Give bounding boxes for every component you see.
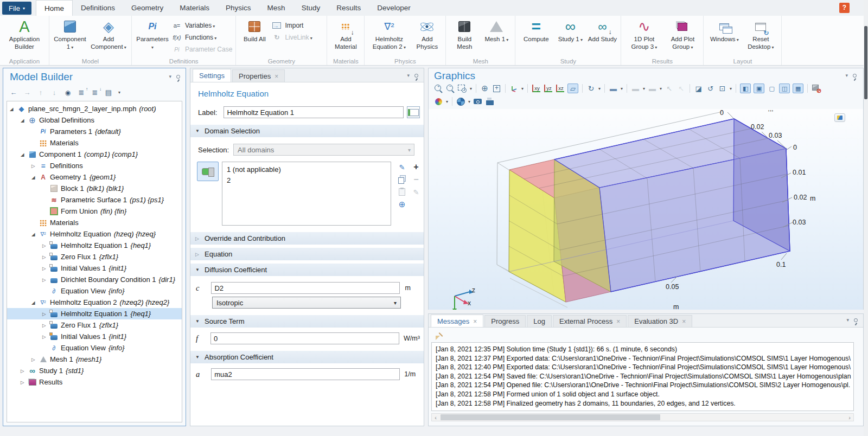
tree-row[interactable]: ▷Zero Flux 1{zflx1}: [7, 319, 182, 331]
clear-selection-icon[interactable]: [412, 188, 420, 196]
add-to-selection-icon[interactable]: [412, 163, 420, 171]
expander-icon[interactable]: ▷: [42, 311, 49, 317]
expander-icon[interactable]: ▷: [31, 163, 39, 169]
expander-icon[interactable]: ◢: [31, 300, 39, 305]
forward-icon[interactable]: [23, 88, 31, 97]
expander-icon[interactable]: ▷: [42, 277, 49, 283]
tree-row[interactable]: ◢Global Definitions: [7, 114, 182, 126]
label-input[interactable]: [224, 106, 404, 118]
screenshot-icon[interactable]: [718, 84, 727, 93]
windows-button[interactable]: Windows: [707, 17, 742, 57]
section-override[interactable]: Override and Contribution: [190, 232, 424, 245]
chevron-down-icon[interactable]: ▾: [730, 86, 732, 91]
paste-selection-icon[interactable]: [398, 188, 406, 196]
tree-row[interactable]: ▷Dirichlet Boundary Condition 1{dir1}: [7, 274, 182, 285]
tab-developer[interactable]: Developer: [369, 0, 419, 16]
tree-row[interactable]: Parametric Surface 1(ps1) {ps1}: [7, 194, 182, 206]
tree-row-selected[interactable]: ▷Helmholtz Equation 1{heq1}: [7, 308, 182, 319]
panel-menu-icon[interactable]: ▾: [169, 74, 171, 79]
tab-home[interactable]: Home: [36, 0, 73, 16]
scroll-right-icon[interactable]: ›: [846, 414, 853, 421]
view-toggle-3[interactable]: [767, 84, 776, 93]
domain-list[interactable]: 1 (not applicable) 2: [222, 162, 391, 226]
tree-row[interactable]: ▷Zero Flux 1{zflx1}: [7, 251, 182, 262]
close-icon[interactable]: [682, 317, 686, 325]
view-xz-icon[interactable]: [556, 84, 565, 93]
tree-row[interactable]: ◢plane_src_hmgn_2_layer_inp.mph(root): [7, 103, 182, 114]
graphics-canvas[interactable]: 0 0.02 0.03 ''' 0 0.01 0.02 m 0.03 0.05 …: [429, 109, 863, 310]
tree-row[interactable]: ▷Mesh 1{mesh1}: [7, 354, 182, 365]
clear-messages-icon[interactable]: [435, 332, 444, 341]
domain-list-item[interactable]: 2: [222, 175, 391, 185]
functions-button[interactable]: Functions: [171, 33, 232, 42]
tab-study[interactable]: Study: [293, 0, 329, 16]
diffusion-input[interactable]: [211, 282, 400, 294]
chevron-down-icon[interactable]: ▾: [470, 86, 472, 91]
pin-icon[interactable]: [176, 75, 180, 79]
clear-scene-icon[interactable]: [812, 84, 821, 93]
chevron-down-icon[interactable]: ▾: [468, 99, 470, 104]
add-plot-group-button[interactable]: Add Plot Group: [665, 17, 700, 57]
mesh-1-button[interactable]: Mesh 1: [481, 17, 512, 57]
variables-button[interactable]: Variables: [171, 21, 232, 30]
expander-icon[interactable]: ▷: [42, 243, 49, 248]
expander-icon[interactable]: ▷: [21, 368, 28, 374]
helmholtz-equation-2-button[interactable]: Helmholtz Equation 2: [368, 17, 410, 57]
domain-list-item[interactable]: 1 (not applicable): [222, 164, 391, 175]
add-physics-button[interactable]: Add Physics: [412, 17, 442, 57]
tab-settings[interactable]: Settings: [193, 69, 231, 82]
close-icon[interactable]: [616, 317, 620, 325]
panel-menu-icon[interactable]: ▾: [846, 317, 849, 323]
move-down-icon[interactable]: [50, 88, 58, 97]
tree-row[interactable]: Form Union(fin) {fin}: [7, 206, 182, 217]
chevron-down-icon[interactable]: ▾: [621, 86, 623, 91]
tree-row[interactable]: Materials: [7, 217, 182, 228]
active-toggle-button[interactable]: [197, 162, 219, 181]
tab-log[interactable]: Log: [527, 315, 552, 327]
expander-icon[interactable]: ▷: [42, 323, 49, 328]
remove-from-selection-icon[interactable]: [412, 175, 420, 184]
tab-materials[interactable]: Materials: [171, 0, 218, 16]
tab-properties[interactable]: Properties: [232, 69, 285, 82]
reset-desktop-button[interactable]: Reset Desktop: [743, 17, 778, 57]
transparency-icon[interactable]: [694, 84, 703, 93]
tree-row[interactable]: ◢Geometry 1{geom1}: [7, 171, 182, 183]
build-mesh-button[interactable]: Build Mesh: [449, 17, 480, 57]
tree-row[interactable]: ▷Results: [7, 376, 182, 388]
tab-messages[interactable]: Messages: [431, 315, 483, 327]
tab-mesh[interactable]: Mesh: [259, 0, 293, 16]
tab-progress[interactable]: Progress: [484, 315, 526, 327]
expander-icon[interactable]: ▷: [21, 380, 28, 385]
parameters-button[interactable]: Parameters: [135, 17, 170, 57]
add-material-button[interactable]: Add Material: [330, 17, 361, 57]
rotate-center-icon[interactable]: [706, 84, 715, 93]
tree-row[interactable]: ▷Study 1{std1}: [7, 365, 182, 376]
import-button[interactable]: Import: [271, 21, 323, 30]
application-builder-button[interactable]: Application Builder: [3, 17, 46, 57]
tree-row[interactable]: ▷Helmholtz Equation 1{heq1}: [7, 240, 182, 251]
component-1-button[interactable]: Component 1: [53, 17, 87, 57]
back-icon[interactable]: [10, 88, 17, 97]
window-scrollbar[interactable]: [864, 0, 868, 436]
build-all-button[interactable]: Build All: [239, 17, 270, 57]
perspective-toggle[interactable]: [567, 84, 578, 93]
section-equation[interactable]: Equation: [190, 248, 424, 260]
show-eye-icon[interactable]: [64, 89, 72, 97]
tree-row[interactable]: Equation View{info}: [7, 285, 182, 297]
tree-row[interactable]: ▷Initial Values 1{init1}: [7, 262, 182, 274]
tab-physics[interactable]: Physics: [218, 0, 259, 16]
chevron-down-icon[interactable]: ▾: [118, 90, 120, 95]
absorption-input[interactable]: [211, 368, 400, 380]
tab-results[interactable]: Results: [328, 0, 369, 16]
chevron-down-icon[interactable]: ▾: [598, 86, 601, 91]
tree-row[interactable]: Parameters 1{default}: [7, 126, 182, 137]
tab-evaluation-3d[interactable]: Evaluation 3D: [628, 315, 692, 327]
diffusion-type-dropdown[interactable]: Isotropic: [212, 297, 401, 309]
print-icon[interactable]: [485, 97, 494, 106]
tree-row[interactable]: Materials: [7, 137, 182, 149]
expander-icon[interactable]: ◢: [21, 118, 28, 123]
tree-row[interactable]: Equation View{info}: [7, 342, 182, 354]
chevron-down-icon[interactable]: ▾: [446, 99, 448, 104]
scrollbar-thumb[interactable]: [441, 414, 660, 420]
add-component-button[interactable]: Add Component: [89, 17, 128, 57]
